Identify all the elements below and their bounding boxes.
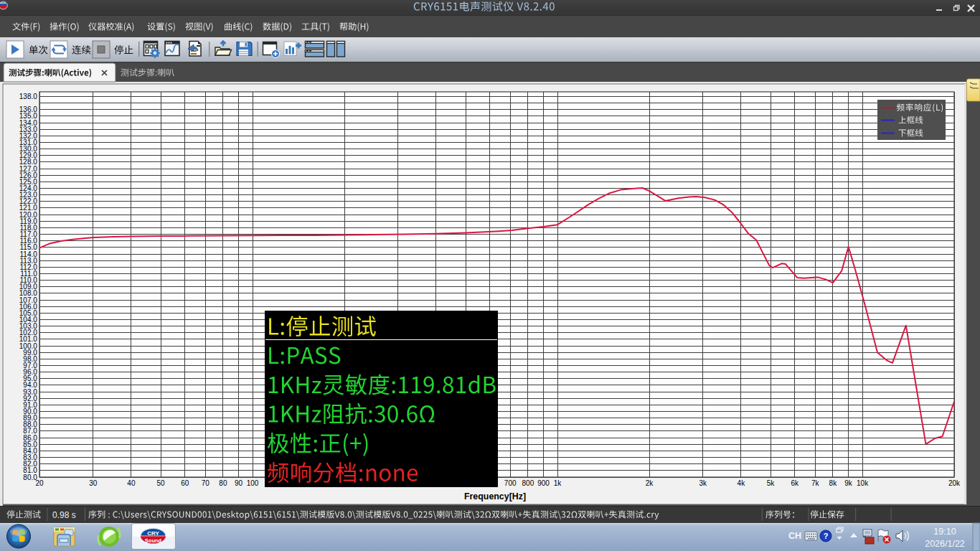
svg-text:19:10: 19:10 xyxy=(933,527,956,537)
svg-text:9k: 9k xyxy=(844,479,853,487)
svg-text:5k: 5k xyxy=(767,479,776,487)
svg-text:2k: 2k xyxy=(646,479,654,487)
svg-text:CH: CH xyxy=(788,531,801,541)
svg-text:7k: 7k xyxy=(811,479,820,487)
svg-text:136.0: 136.0 xyxy=(19,105,37,113)
svg-text:Sound: Sound xyxy=(145,537,162,544)
svg-text:700: 700 xyxy=(504,479,517,487)
svg-text:100: 100 xyxy=(247,479,259,487)
svg-text:Frequency[Hz]: Frequency[Hz] xyxy=(464,491,526,501)
svg-text:20: 20 xyxy=(35,479,44,487)
svg-text:8k: 8k xyxy=(829,479,838,487)
svg-text:40: 40 xyxy=(127,479,136,487)
svg-text:3k: 3k xyxy=(699,479,708,487)
svg-text:4k: 4k xyxy=(738,479,746,487)
svg-text:20k: 20k xyxy=(948,479,961,487)
svg-text:6k: 6k xyxy=(791,479,800,487)
svg-text:900: 900 xyxy=(537,479,550,487)
svg-text:800: 800 xyxy=(522,479,534,487)
svg-text:60: 60 xyxy=(181,479,189,487)
svg-text:1k: 1k xyxy=(554,479,562,487)
svg-text:2026/1/22: 2026/1/22 xyxy=(925,539,965,549)
svg-text:10k: 10k xyxy=(857,479,869,487)
svg-text:50: 50 xyxy=(157,479,166,487)
svg-text:80: 80 xyxy=(219,479,227,487)
svg-text:?: ? xyxy=(824,532,829,540)
svg-text:138.0: 138.0 xyxy=(19,93,37,100)
svg-text:0.98 s: 0.98 s xyxy=(52,510,76,520)
svg-text:70: 70 xyxy=(202,479,210,487)
svg-text:CRY: CRY xyxy=(147,530,159,537)
svg-text:90: 90 xyxy=(235,479,243,487)
svg-text:30: 30 xyxy=(89,479,98,487)
